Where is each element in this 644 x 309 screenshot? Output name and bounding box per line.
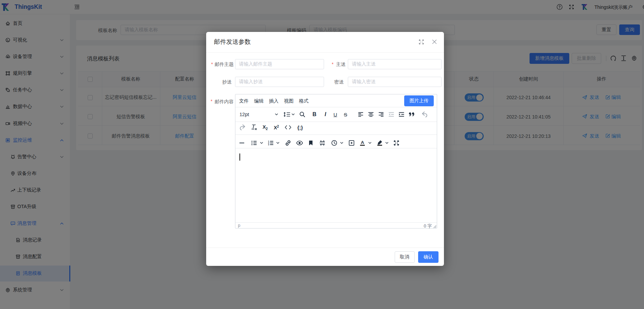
- svg-text:3: 3: [268, 143, 269, 145]
- svg-text:A: A: [361, 140, 364, 145]
